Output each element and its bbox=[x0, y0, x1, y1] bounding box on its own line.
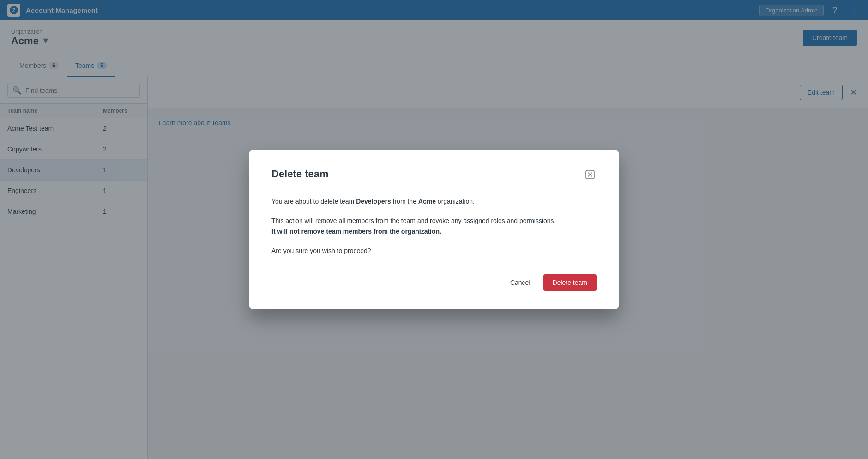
delete-team-confirm-button[interactable]: Delete team bbox=[543, 274, 597, 291]
modal-overlay: Delete team You are about to delete team… bbox=[0, 0, 868, 459]
modal-text-3: Are you sure you wish to proceed? bbox=[271, 246, 597, 256]
modal-body: You are about to delete team Developers … bbox=[271, 196, 597, 256]
modal-title: Delete team bbox=[271, 168, 329, 180]
close-icon bbox=[585, 170, 595, 181]
modal-footer: Cancel Delete team bbox=[271, 274, 597, 291]
modal-close-button[interactable] bbox=[584, 168, 597, 183]
modal-header: Delete team bbox=[271, 168, 597, 183]
delete-team-modal: Delete team You are about to delete team… bbox=[249, 150, 619, 310]
modal-text-2: This action will remove all members from… bbox=[271, 216, 597, 236]
modal-text-1: You are about to delete team Developers … bbox=[271, 196, 597, 206]
cancel-button[interactable]: Cancel bbox=[503, 274, 538, 291]
